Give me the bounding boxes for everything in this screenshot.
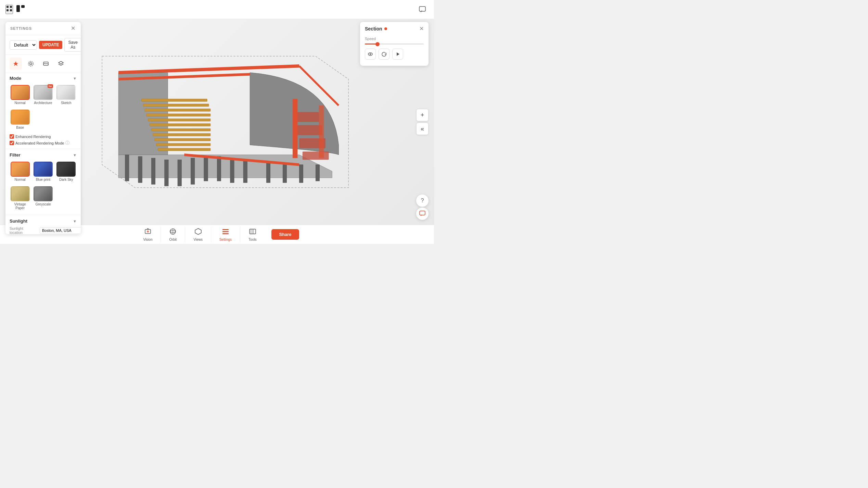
filter-thumb-vintage bbox=[11, 186, 30, 201]
section-rotate-button[interactable] bbox=[379, 49, 390, 60]
svg-rect-1 bbox=[10, 6, 12, 8]
filter-chevron: ▼ bbox=[73, 153, 77, 157]
speed-slider[interactable] bbox=[365, 43, 424, 45]
toolbar-item-settings[interactable]: Settings bbox=[211, 226, 240, 243]
svg-rect-29 bbox=[138, 157, 142, 183]
svg-rect-4 bbox=[16, 5, 20, 12]
toolbar-item-tools[interactable]: Tools bbox=[240, 226, 265, 243]
svg-rect-59 bbox=[250, 229, 256, 234]
mode-item-architecture[interactable]: ho Architecture bbox=[33, 84, 53, 106]
icon-tabs bbox=[5, 55, 81, 73]
svg-point-49 bbox=[370, 53, 371, 55]
svg-rect-18 bbox=[155, 138, 210, 141]
filter-label-normal: Normal bbox=[15, 178, 26, 182]
section-play-button[interactable] bbox=[392, 49, 403, 60]
sunlight-location-input[interactable] bbox=[40, 227, 81, 234]
settings-preset-dropdown[interactable]: Default bbox=[10, 40, 37, 50]
zoom-collapse-button[interactable]: « bbox=[416, 123, 429, 135]
update-button[interactable]: UPDATE bbox=[39, 41, 62, 49]
enhanced-rendering-checkbox[interactable]: Enhanced Rendering bbox=[10, 134, 51, 139]
svg-rect-30 bbox=[151, 158, 155, 185]
topbar-chat-button[interactable] bbox=[416, 3, 429, 16]
toolbar-item-vision[interactable]: Vision bbox=[135, 226, 161, 243]
sunlight-location-row: Sunlight location bbox=[5, 225, 81, 234]
svg-rect-10 bbox=[141, 99, 207, 102]
svg-rect-6 bbox=[419, 7, 425, 11]
mode-label-base: Base bbox=[16, 126, 24, 129]
svg-rect-5 bbox=[21, 5, 25, 8]
share-button[interactable]: Share bbox=[271, 229, 299, 240]
svg-rect-38 bbox=[266, 161, 270, 183]
tab-pin[interactable] bbox=[10, 58, 22, 70]
svg-rect-12 bbox=[145, 109, 210, 112]
svg-rect-16 bbox=[151, 128, 210, 131]
filter-thumb-greyscale bbox=[34, 186, 53, 201]
brand-logo bbox=[16, 4, 25, 15]
mode-thumb-sketch bbox=[56, 85, 76, 100]
orbit-icon bbox=[169, 228, 177, 237]
help-button[interactable]: ? bbox=[416, 195, 429, 207]
svg-rect-31 bbox=[164, 160, 168, 186]
enhanced-rendering-input[interactable] bbox=[10, 134, 14, 139]
accelerated-rendering-label: Accelerated Rendering Mode bbox=[15, 141, 64, 145]
svg-rect-19 bbox=[156, 143, 210, 146]
chat-float-button[interactable] bbox=[416, 208, 429, 220]
tab-settings[interactable] bbox=[25, 58, 37, 70]
accelerated-rendering-input[interactable] bbox=[10, 141, 14, 145]
filter-item-normal[interactable]: Normal bbox=[10, 160, 30, 183]
mode-grid: Normal ho Architecture Sketch Base bbox=[5, 82, 81, 134]
info-icon[interactable]: ⓘ bbox=[65, 140, 69, 146]
svg-rect-0 bbox=[7, 6, 9, 8]
logo-area bbox=[5, 4, 25, 15]
svg-rect-36 bbox=[230, 158, 234, 183]
settings-panel: SETTINGS ✕ Default UPDATE Save As Mode ▼… bbox=[5, 22, 81, 234]
svg-rect-34 bbox=[204, 157, 208, 181]
mode-thumb-normal bbox=[11, 85, 30, 100]
svg-rect-15 bbox=[150, 124, 210, 126]
topbar bbox=[0, 0, 434, 19]
toolbar-item-orbit[interactable]: Orbit bbox=[161, 226, 185, 243]
filter-label-darksky: Dark Sky bbox=[59, 178, 73, 182]
settings-close-button[interactable]: ✕ bbox=[70, 25, 76, 32]
svg-rect-11 bbox=[143, 104, 209, 107]
section-eye-button[interactable] bbox=[365, 49, 376, 60]
svg-rect-40 bbox=[299, 165, 303, 183]
svg-rect-28 bbox=[125, 155, 129, 181]
mode-item-normal[interactable]: Normal bbox=[10, 84, 30, 106]
tab-layers[interactable] bbox=[55, 58, 67, 70]
filter-item-blueprint[interactable]: Blue print bbox=[33, 160, 53, 183]
svg-rect-37 bbox=[243, 160, 247, 183]
svg-rect-17 bbox=[153, 134, 210, 136]
section-panel: Section ✕ Speed bbox=[360, 22, 429, 66]
vision-label: Vision bbox=[143, 238, 152, 241]
svg-rect-13 bbox=[146, 114, 210, 116]
mode-item-sketch[interactable]: Sketch bbox=[56, 84, 77, 106]
svg-rect-20 bbox=[158, 148, 210, 151]
svg-point-46 bbox=[28, 61, 33, 66]
zoom-in-button[interactable]: + bbox=[416, 109, 429, 121]
sunlight-section-label: Sunlight ▼ bbox=[5, 216, 81, 225]
section-panel-close[interactable]: ✕ bbox=[419, 25, 424, 32]
filter-label-blueprint: Blue print bbox=[36, 178, 50, 182]
filter-item-vintage[interactable]: Vintage Paper bbox=[10, 185, 30, 211]
settings-title: SETTINGS bbox=[10, 26, 32, 30]
divider-2 bbox=[5, 215, 81, 215]
filter-item-greyscale[interactable]: Greyscale bbox=[33, 185, 53, 211]
filter-label-vintage: Vintage Paper bbox=[10, 202, 30, 210]
filter-label-greyscale: Greyscale bbox=[35, 202, 51, 206]
svg-rect-3 bbox=[10, 9, 12, 11]
saveas-button[interactable]: Save As bbox=[64, 38, 81, 52]
toolbar-item-views[interactable]: Views bbox=[185, 226, 211, 243]
mode-item-base[interactable]: Base bbox=[10, 108, 30, 131]
grid-icon[interactable] bbox=[5, 5, 13, 14]
tools-label: Tools bbox=[248, 238, 256, 241]
accelerated-rendering-checkbox[interactable]: Accelerated Rendering Mode ⓘ bbox=[10, 140, 69, 146]
svg-point-45 bbox=[30, 63, 32, 65]
mode-section-label: Mode ▼ bbox=[5, 73, 81, 82]
filter-thumb-normal bbox=[11, 162, 30, 177]
views-label: Views bbox=[193, 238, 203, 241]
section-panel-title: Section bbox=[365, 26, 387, 32]
mode-label-normal: Normal bbox=[15, 101, 26, 105]
filter-item-darksky[interactable]: Dark Sky bbox=[56, 160, 77, 183]
tab-image[interactable] bbox=[40, 58, 52, 70]
